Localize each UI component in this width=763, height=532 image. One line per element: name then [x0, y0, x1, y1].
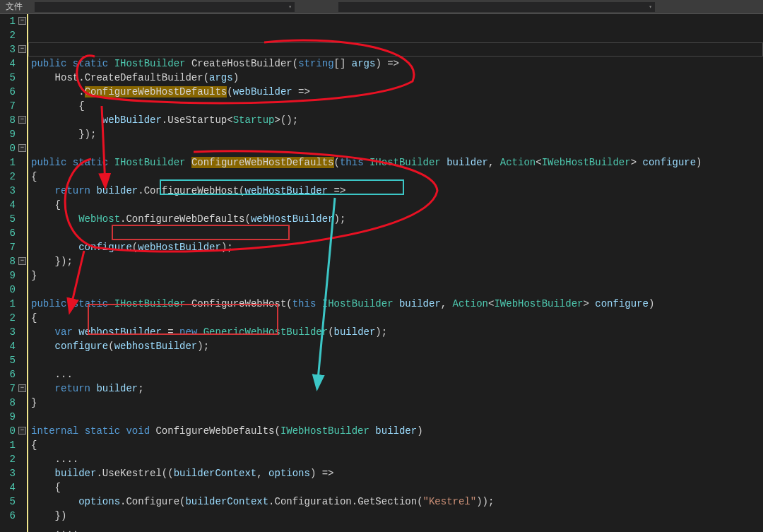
fold-toggle-icon[interactable]: −: [18, 45, 26, 53]
line-number: 2: [0, 28, 16, 42]
code-line[interactable]: [31, 410, 763, 424]
line-number: 2: [0, 170, 16, 184]
code-line[interactable]: {: [31, 170, 763, 184]
code-line[interactable]: }: [31, 396, 763, 410]
toolbar: 文件 ▾ ▾: [0, 0, 763, 14]
line-number: 4: [0, 339, 16, 353]
fold-toggle-icon[interactable]: −: [18, 427, 26, 435]
code-line[interactable]: .ConfigureWebHostDefaults(webBuilder =>: [31, 85, 763, 99]
line-number: 9: [0, 127, 16, 141]
code-line[interactable]: }): [31, 509, 763, 523]
line-number: 3: [0, 325, 16, 339]
code-line[interactable]: {: [31, 438, 763, 452]
line-number: 0: [0, 424, 16, 438]
code-line[interactable]: options.Configure(builderContext.Configu…: [31, 495, 763, 509]
code-line[interactable]: internal static void ConfigureWebDefault…: [31, 424, 763, 438]
line-number: 5: [0, 212, 16, 226]
line-number: 7: [0, 240, 16, 254]
code-line[interactable]: public static IHostBuilder ConfigureWebH…: [31, 155, 763, 170]
line-number: 9: [0, 410, 16, 424]
code-line[interactable]: webBuilder.UseStartup<Startup>();: [31, 113, 763, 127]
line-number: 2: [0, 311, 16, 325]
line-number: 5: [0, 71, 16, 85]
code-line[interactable]: [31, 226, 763, 240]
code-line[interactable]: });: [31, 254, 763, 268]
line-number: 1: [0, 438, 16, 452]
line-number: 1: [0, 155, 16, 170]
code-line[interactable]: {: [31, 99, 763, 113]
line-number: 8: [0, 113, 16, 127]
line-number: 1: [0, 297, 16, 311]
toolbar-dropdown-1[interactable]: ▾: [34, 1, 295, 13]
toolbar-dropdown-2[interactable]: ▾: [338, 1, 656, 13]
fold-toggle-icon[interactable]: −: [18, 257, 26, 265]
line-number: 3: [0, 466, 16, 480]
current-line-highlight: [28, 42, 763, 57]
fold-margin: −−−−−−−: [20, 14, 28, 532]
code-line[interactable]: WebHost.ConfigureWebDefaults(webHostBuil…: [31, 212, 763, 226]
code-line[interactable]: {: [31, 311, 763, 325]
line-number: 0: [0, 141, 16, 155]
line-number-gutter: 123456789012345678901234567890123456: [0, 14, 20, 532]
code-line[interactable]: ...: [31, 367, 763, 382]
code-line[interactable]: [31, 283, 763, 297]
code-line[interactable]: builder.UseKestrel((builderContext, opti…: [31, 466, 763, 480]
fold-toggle-icon[interactable]: −: [18, 17, 26, 25]
line-number: 8: [0, 396, 16, 410]
line-number: 3: [0, 42, 16, 57]
line-number: 2: [0, 452, 16, 466]
code-line[interactable]: }: [31, 268, 763, 283]
line-number: 6: [0, 367, 16, 382]
code-line[interactable]: ....: [31, 452, 763, 466]
line-number: 6: [0, 226, 16, 240]
chevron-down-icon: ▾: [288, 4, 292, 10]
code-line[interactable]: return builder;: [31, 382, 763, 396]
code-line[interactable]: configure(webhostBuilder);: [31, 339, 763, 353]
fold-toggle-icon[interactable]: −: [18, 384, 26, 392]
fold-toggle-icon[interactable]: −: [18, 116, 26, 124]
code-line[interactable]: return builder.ConfigureWebHost(webHostB…: [31, 184, 763, 198]
code-editor[interactable]: 123456789012345678901234567890123456 −−−…: [0, 14, 763, 532]
code-line[interactable]: Host.CreateDefaultBuilder(args): [31, 71, 763, 85]
line-number: 0: [0, 283, 16, 297]
code-line[interactable]: {: [31, 480, 763, 495]
code-line[interactable]: ....: [31, 523, 763, 532]
line-number: 3: [0, 184, 16, 198]
line-number: 5: [0, 353, 16, 367]
code-line[interactable]: var webhostBuilder = new GenericWebHostB…: [31, 325, 763, 339]
fold-toggle-icon[interactable]: −: [18, 144, 26, 152]
line-number: 6: [0, 85, 16, 99]
code-line[interactable]: {: [31, 198, 763, 212]
menu-file[interactable]: 文件: [0, 1, 28, 13]
line-number: 7: [0, 99, 16, 113]
code-line[interactable]: public static IHostBuilder ConfigureWebH…: [31, 297, 763, 311]
line-number: 7: [0, 382, 16, 396]
line-number: 4: [0, 480, 16, 495]
code-line[interactable]: [31, 353, 763, 367]
code-line[interactable]: });: [31, 127, 763, 141]
code-line[interactable]: public static IHostBuilder CreateHostBui…: [31, 57, 763, 71]
code-line[interactable]: configure(webHostBuilder);: [31, 240, 763, 254]
line-number: 5: [0, 495, 16, 509]
line-number: 9: [0, 268, 16, 283]
line-number: 4: [0, 57, 16, 71]
chevron-down-icon: ▾: [649, 4, 652, 10]
line-number: 1: [0, 14, 16, 28]
line-number: 8: [0, 254, 16, 268]
code-area[interactable]: public static IHostBuilder CreateHostBui…: [28, 14, 763, 532]
line-number: 4: [0, 198, 16, 212]
line-number: 6: [0, 509, 16, 523]
code-line[interactable]: [31, 141, 763, 155]
